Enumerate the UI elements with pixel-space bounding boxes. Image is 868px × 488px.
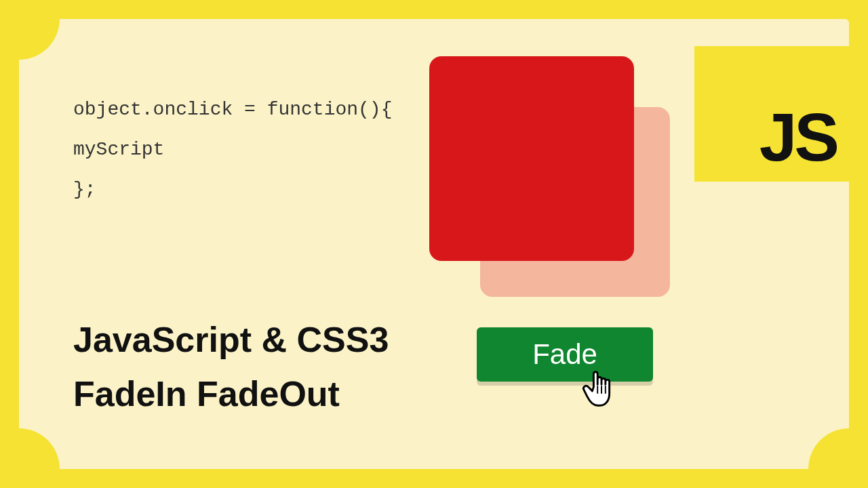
code-line: };	[73, 179, 96, 200]
js-logo-text: JS	[760, 103, 837, 171]
ticket-notch	[0, 428, 60, 488]
code-line: object.onclick = function(){	[73, 99, 392, 120]
content-panel: object.onclick = function(){ myScript };…	[19, 19, 849, 469]
pointer-cursor-icon	[580, 365, 623, 412]
code-line: myScript	[73, 139, 164, 160]
ticket-notch	[0, 0, 60, 60]
js-logo-badge: JS	[694, 46, 849, 182]
heading-line: FadeIn FadeOut	[73, 367, 389, 422]
heading: JavaScript & CSS3 FadeIn FadeOut	[73, 312, 389, 422]
code-snippet: object.onclick = function(){ myScript };	[73, 90, 392, 209]
ticket-notch	[808, 428, 868, 488]
fade-button[interactable]: Fade	[477, 327, 653, 382]
heading-line: JavaScript & CSS3	[73, 312, 389, 367]
solid-square	[429, 56, 634, 261]
